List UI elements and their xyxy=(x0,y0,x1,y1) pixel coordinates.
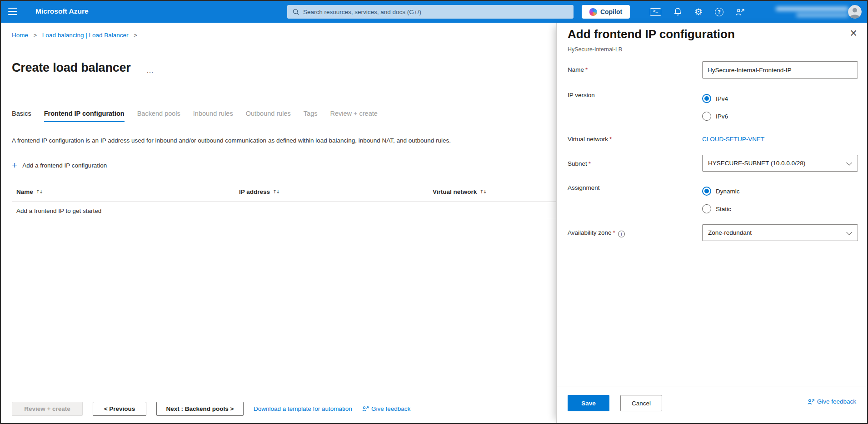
breadcrumb-separator: > xyxy=(34,32,37,39)
tab-outbound-rules: Outbound rules xyxy=(246,110,291,122)
info-icon[interactable]: i xyxy=(618,231,625,237)
previous-button[interactable]: < Previous xyxy=(93,402,146,416)
required-asterisk: * xyxy=(609,136,612,143)
plus-icon: + xyxy=(12,161,17,169)
name-label: Name* xyxy=(568,66,588,73)
panel-subtitle: HySecure-Internal-LB xyxy=(568,46,622,53)
person-icon xyxy=(848,5,862,19)
azure-portal-window: Microsoft Azure Search resources, servic… xyxy=(0,0,868,424)
copilot-button[interactable]: Copilot xyxy=(582,5,630,19)
radio-ipv4-control xyxy=(702,94,711,103)
tab-review-create: Review + create xyxy=(330,110,377,122)
virtual-network-link[interactable]: CLOUD-SETUP-VNET xyxy=(702,136,764,143)
radio-dynamic[interactable]: Dynamic xyxy=(702,187,740,196)
copilot-icon xyxy=(589,8,597,16)
availability-zone-dropdown[interactable]: Zone-redundant xyxy=(702,224,858,241)
give-feedback-link[interactable]: Give feedback xyxy=(362,405,410,412)
breadcrumb: Home > Load balancing | Load Balancer > xyxy=(12,32,141,39)
feedback-icon xyxy=(808,399,815,405)
search-icon xyxy=(293,9,299,15)
required-asterisk: * xyxy=(613,229,615,236)
brand-title[interactable]: Microsoft Azure xyxy=(35,7,89,15)
availability-zone-label: Availability zone*i xyxy=(568,229,625,237)
ip-version-label: IP version xyxy=(568,92,595,99)
radio-dynamic-control xyxy=(702,187,711,196)
required-asterisk: * xyxy=(589,160,591,167)
avatar[interactable] xyxy=(848,5,862,19)
chevron-down-icon xyxy=(846,160,852,166)
sort-arrows-icon: ↑↓ xyxy=(36,189,42,195)
sort-arrows-icon: ↑↓ xyxy=(273,189,279,195)
tab-bar: Basics Frontend IP configuration Backend… xyxy=(12,110,378,122)
table-empty-row: Add a frontend IP to get started xyxy=(12,202,556,219)
radio-ipv6[interactable]: IPv6 xyxy=(702,112,728,121)
radio-static-control xyxy=(702,204,711,213)
tab-backend-pools: Backend pools xyxy=(137,110,180,122)
top-bar: Microsoft Azure Search resources, servic… xyxy=(1,1,867,23)
add-frontend-ip-label: Add a frontend IP configuration xyxy=(22,162,107,169)
column-header-name[interactable]: Name ↑↓ xyxy=(16,188,42,195)
column-header-ip-address[interactable]: IP address ↑↓ xyxy=(239,188,279,195)
radio-static[interactable]: Static xyxy=(702,204,731,213)
subnet-dropdown[interactable]: HYSECURE-SUBNET (10.0.0.0/28) xyxy=(702,155,858,172)
panel-footer: Save Cancel Give feedback xyxy=(557,386,867,423)
user-account-info-blurred xyxy=(776,5,848,19)
help-icon[interactable]: ? xyxy=(715,8,723,16)
panel-title: Add frontend IP configuration xyxy=(568,27,735,41)
panel-give-feedback-link[interactable]: Give feedback xyxy=(808,398,856,405)
hamburger-menu-icon[interactable] xyxy=(8,8,17,15)
add-frontend-ip-link[interactable]: + Add a frontend IP configuration xyxy=(12,161,107,169)
feedback-icon xyxy=(362,406,369,412)
frontend-ip-description: A frontend IP configuration is an IP add… xyxy=(12,137,539,144)
chevron-down-icon xyxy=(846,229,852,235)
subnet-label: Subnet* xyxy=(568,160,591,167)
name-input[interactable] xyxy=(702,61,858,79)
close-icon[interactable]: × xyxy=(850,26,857,40)
virtual-network-label: Virtual network* xyxy=(568,136,612,143)
settings-gear-icon[interactable]: ⚙ xyxy=(694,7,703,16)
required-asterisk: * xyxy=(585,66,588,73)
copilot-label: Copilot xyxy=(600,8,622,15)
breadcrumb-home[interactable]: Home xyxy=(12,32,28,39)
wizard-footer: Review + create < Previous Next : Backen… xyxy=(12,402,410,416)
breadcrumb-separator: > xyxy=(134,32,137,39)
tab-inbound-rules: Inbound rules xyxy=(193,110,233,122)
cancel-button[interactable]: Cancel xyxy=(620,395,662,411)
radio-ipv4[interactable]: IPv4 xyxy=(702,94,728,103)
topbar-icon-group: >_ ⚙ ? xyxy=(650,1,745,23)
tab-tags: Tags xyxy=(304,110,318,122)
main-content: Home > Load balancing | Load Balancer > … xyxy=(1,23,556,423)
feedback-icon[interactable] xyxy=(736,8,745,16)
search-placeholder: Search resources, services, and docs (G+… xyxy=(303,9,421,15)
save-button[interactable]: Save xyxy=(568,395,609,411)
title-more-button[interactable]: … xyxy=(146,67,154,75)
next-backend-pools-button[interactable]: Next : Backend pools > xyxy=(156,402,244,416)
add-frontend-ip-panel: Add frontend IP configuration × HySecure… xyxy=(556,23,867,423)
tab-frontend-ip-configuration[interactable]: Frontend IP configuration xyxy=(44,110,125,122)
table-header: Name ↑↓ IP address ↑↓ Virtual network ↑↓ xyxy=(12,184,556,202)
page-title: Create load balancer xyxy=(12,61,131,75)
notifications-bell-icon[interactable] xyxy=(673,7,682,16)
tab-basics[interactable]: Basics xyxy=(12,110,31,122)
sort-arrows-icon: ↑↓ xyxy=(479,189,486,195)
assignment-label: Assignment xyxy=(568,184,600,191)
review-create-button: Review + create xyxy=(12,402,83,416)
cloud-shell-icon[interactable]: >_ xyxy=(650,8,661,16)
search-input[interactable]: Search resources, services, and docs (G+… xyxy=(287,5,574,19)
download-template-link[interactable]: Download a template for automation xyxy=(254,405,352,412)
radio-ipv6-control xyxy=(702,112,711,121)
breadcrumb-load-balancing[interactable]: Load balancing | Load Balancer xyxy=(42,32,129,39)
column-header-virtual-network[interactable]: Virtual network ↑↓ xyxy=(433,188,486,195)
